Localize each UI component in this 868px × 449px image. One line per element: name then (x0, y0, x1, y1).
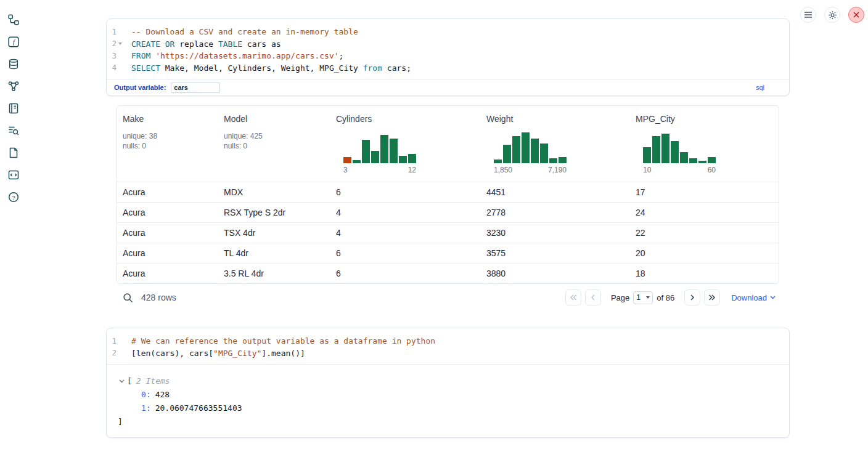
first-page-button[interactable] (565, 289, 581, 305)
menu-button[interactable] (800, 7, 816, 23)
table-footer: 428 rows Page 1 of 86 (117, 284, 779, 311)
chevron-right-icon (690, 294, 695, 301)
dependency-graph-icon[interactable] (7, 80, 20, 92)
line-number: 1 (107, 28, 117, 36)
table-cell: 24 (630, 203, 779, 222)
table-row[interactable]: AcuraRSX Type S 2dr4277824 (117, 202, 779, 222)
python-output: [ 2 Items 0:4281:20.060747663551403 ] (107, 364, 789, 437)
tree-close-row: ] (107, 415, 789, 429)
hist-min-label: 3 (343, 166, 348, 174)
download-button[interactable]: Download (731, 293, 776, 302)
table-cell: 3575 (481, 243, 630, 263)
histogram-bar[interactable] (380, 135, 388, 163)
code-token: 'https://datasets.marimo.app/cars.csv' (155, 51, 338, 60)
histogram-bar[interactable] (652, 136, 660, 163)
code-token: Make, Model, Cylinders, Weight, MPG_City (160, 63, 363, 73)
page-label: Page (611, 293, 629, 302)
column-header-mpg-city[interactable]: MPG_City 10 60 (630, 114, 779, 174)
output-variable-input[interactable] (171, 83, 220, 93)
histogram-bar[interactable] (671, 141, 679, 163)
code-token (160, 39, 165, 49)
file-tree-icon[interactable] (7, 14, 20, 26)
code-line[interactable]: 4SELECT Make, Model, Cylinders, Weight, … (107, 62, 789, 75)
tree-entry: 0:428 (107, 388, 789, 402)
code-panel-icon[interactable] (7, 169, 20, 181)
code-token: ; (339, 51, 344, 60)
prev-page-button[interactable] (585, 289, 601, 305)
gear-icon (828, 10, 837, 20)
table-cell: 22 (630, 223, 779, 243)
histogram-bar[interactable] (643, 147, 651, 163)
documentation-icon[interactable] (7, 102, 20, 115)
histogram-bar[interactable] (390, 139, 398, 163)
histogram-bar[interactable] (708, 157, 716, 163)
table-cell: 4 (330, 203, 481, 222)
column-header-weight[interactable]: Weight 1,850 7,190 (481, 114, 630, 174)
column-header-make[interactable]: Make unique: 38 nulls: 0 (117, 114, 218, 174)
tree-entry-key: 0: (141, 388, 151, 402)
histogram-bar[interactable] (661, 134, 669, 163)
histogram-bar[interactable] (512, 136, 520, 163)
mpg-city-histogram: 10 60 (643, 131, 716, 174)
notebook: 1-- Download a CSV and create an in-memo… (106, 0, 790, 438)
svg-text:f: f (13, 38, 16, 46)
scratchpad-icon[interactable]: f (7, 36, 20, 48)
histogram-bar[interactable] (494, 160, 502, 163)
next-page-button[interactable] (684, 289, 700, 305)
column-name: MPG_City (636, 114, 779, 126)
open-bracket: [ (127, 374, 132, 388)
code-token: "MPG_City" (213, 349, 261, 358)
histogram-bar[interactable] (522, 132, 530, 163)
histogram-bar[interactable] (503, 145, 511, 163)
tree-entry-value: 20.060747663551403 (155, 402, 242, 415)
histogram-bar[interactable] (540, 144, 548, 163)
histogram-bar[interactable] (549, 158, 557, 163)
close-button[interactable] (848, 7, 864, 23)
logs-icon[interactable] (7, 124, 20, 137)
histogram-bar[interactable] (343, 157, 351, 163)
table-cell: Acura (117, 203, 218, 222)
table-cell: TSX 4dr (218, 223, 330, 243)
sql-output: Make unique: 38 nulls: 0 Model unique: 4… (117, 105, 779, 311)
column-header-model[interactable]: Model unique: 425 nulls: 0 (218, 114, 330, 174)
last-page-button[interactable] (704, 289, 720, 305)
code-line[interactable]: 2CREATE OR replace TABLE cars as (107, 38, 789, 51)
table-cell: 3880 (481, 264, 630, 283)
histogram-bar[interactable] (698, 161, 706, 163)
table-row[interactable]: Acura3.5 RL 4dr6388018 (117, 263, 779, 283)
settings-button[interactable] (824, 7, 840, 23)
close-icon (853, 12, 859, 18)
table-row[interactable]: AcuraTL 4dr6357520 (117, 243, 779, 263)
snippets-icon[interactable] (7, 147, 20, 159)
sql-code-editor[interactable]: 1-- Download a CSV and create an in-memo… (107, 19, 789, 79)
datasources-icon[interactable] (7, 58, 20, 70)
histogram-bar[interactable] (408, 154, 416, 163)
column-nulls-stat: nulls: 0 (224, 141, 330, 151)
page-select[interactable]: 1 (633, 291, 653, 304)
column-header-cylinders[interactable]: Cylinders 3 12 (330, 114, 481, 174)
table-cell: 6 (330, 182, 481, 202)
histogram-bar[interactable] (399, 156, 407, 163)
table-row[interactable]: AcuraTSX 4dr4323022 (117, 222, 779, 243)
code-line[interactable]: 3FROM 'https://datasets.marimo.app/cars.… (107, 50, 789, 62)
code-line[interactable]: 2[len(cars), cars["MPG_City"].mean()] (107, 347, 789, 360)
histogram-bar[interactable] (680, 152, 688, 163)
collapse-toggle[interactable] (119, 379, 125, 383)
histogram-bar[interactable] (362, 140, 370, 163)
histogram-bar[interactable] (531, 139, 539, 163)
histogram-bar[interactable] (371, 151, 379, 163)
code-line[interactable]: 1-- Download a CSV and create an in-memo… (107, 26, 789, 38)
histogram-bar[interactable] (559, 157, 567, 163)
column-name: Make (123, 114, 218, 126)
tree-entry-key: 1: (141, 402, 151, 415)
table-cell: 6 (330, 264, 481, 283)
histogram-bar[interactable] (353, 160, 361, 163)
histogram-bar[interactable] (689, 158, 697, 163)
table-row[interactable]: AcuraMDX6445117 (117, 182, 779, 202)
code-line[interactable]: 1# We can reference the output variable … (107, 335, 789, 347)
python-code-editor[interactable]: 1# We can reference the output variable … (107, 328, 789, 364)
help-icon[interactable]: ? (7, 191, 20, 203)
table-cell: 20 (630, 243, 779, 263)
chevron-down-icon (119, 379, 125, 383)
search-icon[interactable] (123, 293, 133, 303)
